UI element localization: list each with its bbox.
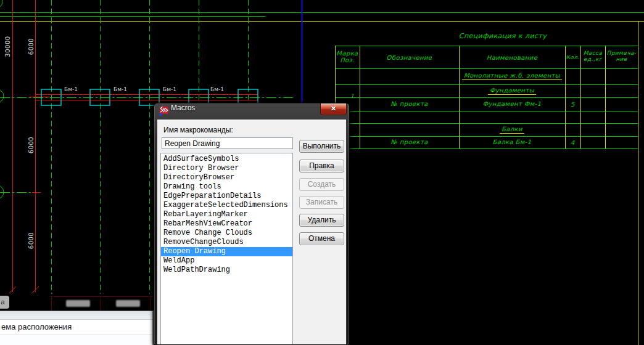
spec-header-note: Примеча- ние <box>605 50 638 62</box>
macro-name-input[interactable] <box>162 137 293 149</box>
spec-header-qty: Кол. <box>565 54 580 60</box>
spec-cell-qty: 5 <box>565 101 580 108</box>
spec-header-designation: Обозначение <box>360 54 459 61</box>
cancel-button[interactable]: Отмена <box>299 232 344 245</box>
spec-header-name: Наименование <box>459 54 565 61</box>
dimension-text-30000: 30000 <box>4 32 11 62</box>
create-button: Создать <box>299 178 344 191</box>
beam-mark-label: Бм-1 <box>64 86 78 92</box>
beam-mark-label: Бм-1 <box>163 86 176 92</box>
close-button[interactable]: ✕ <box>320 104 347 115</box>
macro-list-item[interactable]: WeldApp <box>161 256 292 266</box>
panel-list-item-empty[interactable] <box>0 335 152 345</box>
macro-list-item[interactable]: RebarLayeringMarker <box>161 210 292 219</box>
macro-list-item-selected[interactable]: Reopen Drawing <box>161 247 292 256</box>
macro-list-item[interactable]: RebarMeshViewCreator <box>161 219 292 229</box>
beam-mark-label: Бм-1 <box>210 86 224 92</box>
spec-table-title: Спецификация к листу <box>426 32 580 40</box>
dimmed-dimension-band: а <box>0 294 154 310</box>
delete-button[interactable]: Удалить <box>299 214 344 227</box>
panel-list-item[interactable]: ема расположения <box>0 320 152 335</box>
spec-cell-mark-fragment: 1 <box>350 93 354 99</box>
beam-mark-label: Бм-1 <box>114 86 127 92</box>
spec-row-group: Фундаменты <box>459 87 565 95</box>
spec-cell-name: Фундамент Фм-1 <box>459 100 565 107</box>
spec-row-group: Балки <box>459 126 565 134</box>
spec-cell-designation: № проекта <box>360 100 459 107</box>
dimension-line <box>51 296 152 297</box>
run-button[interactable]: Выполнить <box>299 140 344 153</box>
axis-bubble-label: а <box>0 296 9 309</box>
dimension-text-6000: 6000 <box>28 226 35 256</box>
cad-application-screen: 30000 6000 6000 6000 Бм-1 Бм-1 Бм-1 Бм-1… <box>0 0 644 345</box>
dialog-client-area: Имя макрокоманды: AddSurfaceSymbols Dire… <box>157 119 347 344</box>
macro-list-item[interactable]: Drawing tools <box>161 182 292 192</box>
macro-list-item[interactable]: Remove Change Clouds <box>161 229 292 238</box>
record-button: Записать <box>299 196 344 209</box>
spec-cell-qty: 4 <box>565 139 580 146</box>
macro-list-item[interactable]: AddSurfaceSymbols <box>161 155 292 164</box>
dimension-extension-line <box>51 296 52 310</box>
edit-button[interactable]: Правка <box>299 160 344 172</box>
macro-list-item[interactable]: DirectoryBrowser <box>161 173 292 182</box>
background-panel: ема расположения <box>0 310 154 345</box>
spec-cell-designation: № проекта <box>360 139 459 145</box>
macro-list-item[interactable]: EdgePreparationDetails <box>161 192 292 201</box>
macros-dialog: Macros ✕ Имя макрокоманды: AddSurfaceSym… <box>154 103 350 345</box>
macro-list-item[interactable]: RemoveChangeClouds <box>161 238 292 247</box>
dimension-extension-line <box>150 296 151 310</box>
tekla-app-icon <box>159 107 168 116</box>
macro-list-item[interactable]: Directory Browser <box>161 164 292 173</box>
spec-row-group: Монолитные ж.б. элементы <box>459 72 565 80</box>
dimension-value-blurred <box>116 300 140 307</box>
spec-header-mass: Масса ед.,кг <box>580 50 605 62</box>
spec-header-mark: Марка Поз. <box>335 50 360 63</box>
spec-cell-name: Балка Бм-1 <box>459 139 565 145</box>
dimension-text-6000: 6000 <box>28 131 35 160</box>
macro-listbox[interactable]: AddSurfaceSymbols Directory Browser Dire… <box>160 153 293 344</box>
dimension-text-6000: 6000 <box>28 32 35 62</box>
macro-name-label: Имя макрокоманды: <box>163 126 233 134</box>
dialog-title: Macros <box>171 104 195 119</box>
dimension-extension-line <box>101 296 101 310</box>
panel-header-strip <box>0 311 152 320</box>
macro-list-item[interactable]: WeldPathDrawing <box>161 266 292 275</box>
dimension-value-blurred <box>66 300 90 307</box>
close-icon: ✕ <box>331 105 336 112</box>
macro-list-item[interactable]: ExaggerateSelectedDimensions <box>161 201 292 210</box>
